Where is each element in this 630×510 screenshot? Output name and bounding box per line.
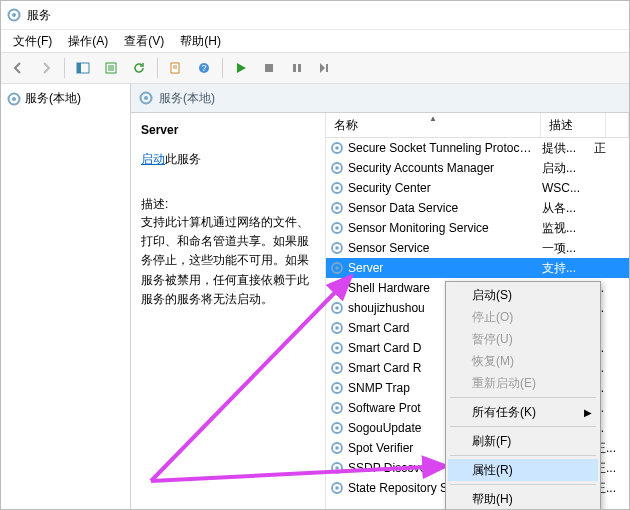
nav-root-label: 服务(本地)	[25, 90, 81, 107]
svg-point-17	[335, 146, 339, 150]
service-row[interactable]: Server支持...	[326, 258, 629, 278]
nav-services-local[interactable]: 服务(本地)	[3, 88, 128, 109]
svg-point-41	[335, 386, 339, 390]
gear-icon	[330, 141, 344, 155]
start-service-link-row: 启动此服务	[141, 151, 315, 168]
gear-icon	[330, 441, 344, 455]
service-desc: 一项...	[542, 240, 590, 257]
service-rest: 正	[594, 140, 625, 157]
start-service-button[interactable]	[228, 55, 254, 81]
back-button[interactable]	[5, 55, 31, 81]
svg-point-23	[335, 206, 339, 210]
gear-icon	[330, 481, 344, 495]
service-name: Sensor Monitoring Service	[348, 221, 538, 235]
refresh-button[interactable]	[126, 55, 152, 81]
gear-icon	[330, 281, 344, 295]
service-desc: 提供...	[542, 140, 590, 157]
service-row[interactable]: Sensor Data Service从各...	[326, 198, 629, 218]
svg-rect-8	[265, 64, 273, 72]
ctx-stop: 停止(O)	[448, 306, 598, 328]
restart-service-button[interactable]	[312, 55, 338, 81]
svg-point-31	[335, 286, 339, 290]
svg-point-37	[335, 346, 339, 350]
separator	[64, 58, 65, 78]
svg-point-29	[335, 266, 339, 270]
gear-icon	[330, 201, 344, 215]
separator	[450, 484, 596, 485]
ctx-properties[interactable]: 属性(R)	[448, 459, 598, 481]
window-title: 服务	[27, 7, 51, 24]
service-desc: WSC...	[542, 181, 590, 195]
service-row[interactable]: Sensor Service一项...	[326, 238, 629, 258]
forward-button[interactable]	[33, 55, 59, 81]
description-label: 描述:	[141, 196, 315, 213]
gear-icon	[7, 92, 21, 106]
stop-service-button[interactable]	[256, 55, 282, 81]
service-name: Security Accounts Manager	[348, 161, 538, 175]
gear-icon	[330, 221, 344, 235]
help-button[interactable]: ?	[191, 55, 217, 81]
column-name[interactable]: 名称 ▲	[326, 113, 541, 137]
separator	[450, 426, 596, 427]
ctx-help[interactable]: 帮助(H)	[448, 488, 598, 510]
menubar: 文件(F) 操作(A) 查看(V) 帮助(H)	[1, 30, 629, 52]
gear-icon	[330, 341, 344, 355]
menu-file[interactable]: 文件(F)	[5, 31, 60, 52]
gear-icon	[330, 461, 344, 475]
column-rest[interactable]	[606, 113, 629, 137]
svg-point-35	[335, 326, 339, 330]
svg-point-33	[335, 306, 339, 310]
ctx-start[interactable]: 启动(S)	[448, 284, 598, 306]
service-row[interactable]: Secure Socket Tunneling Protocol...提供...…	[326, 138, 629, 158]
detail-pane: Server 启动此服务 描述: 支持此计算机通过网络的文件、打印、和命名管道共…	[131, 113, 326, 510]
ctx-resume: 恢复(M)	[448, 350, 598, 372]
toolbar: ?	[1, 52, 629, 84]
gear-icon	[330, 241, 344, 255]
properties-button[interactable]	[163, 55, 189, 81]
svg-point-27	[335, 246, 339, 250]
ctx-refresh[interactable]: 刷新(F)	[448, 430, 598, 452]
service-desc: 监视...	[542, 220, 590, 237]
description-body: 支持此计算机通过网络的文件、打印、和命名管道共享。如果服务停止，这些功能不可用。…	[141, 213, 315, 309]
svg-point-49	[335, 466, 339, 470]
svg-point-45	[335, 426, 339, 430]
column-desc-label: 描述	[549, 117, 573, 134]
export-list-button[interactable]	[98, 55, 124, 81]
pane-title: 服务(本地)	[159, 90, 215, 107]
column-desc[interactable]: 描述	[541, 113, 606, 137]
ctx-all-tasks[interactable]: 所有任务(K)▶	[448, 401, 598, 423]
service-name: Sensor Data Service	[348, 201, 538, 215]
ctx-restart: 重新启动(E)	[448, 372, 598, 394]
column-name-label: 名称	[334, 117, 358, 134]
service-row[interactable]: Security CenterWSC...	[326, 178, 629, 198]
service-name: Sensor Service	[348, 241, 538, 255]
service-name: Security Center	[348, 181, 538, 195]
separator	[450, 455, 596, 456]
gear-icon	[330, 161, 344, 175]
gear-icon	[330, 301, 344, 315]
pause-service-button[interactable]	[284, 55, 310, 81]
separator	[222, 58, 223, 78]
pane-header: 服务(本地)	[131, 84, 629, 113]
menu-action[interactable]: 操作(A)	[60, 31, 116, 52]
svg-point-13	[12, 97, 16, 101]
show-hide-tree-button[interactable]	[70, 55, 96, 81]
services-icon	[7, 8, 21, 22]
svg-point-25	[335, 226, 339, 230]
ctx-all-tasks-label: 所有任务(K)	[472, 404, 536, 421]
svg-point-47	[335, 446, 339, 450]
service-row[interactable]: Security Accounts Manager启动...	[326, 158, 629, 178]
column-headers: 名称 ▲ 描述	[326, 113, 629, 138]
start-service-link[interactable]: 启动	[141, 152, 165, 166]
svg-point-15	[144, 96, 148, 100]
separator	[450, 397, 596, 398]
menu-help[interactable]: 帮助(H)	[172, 31, 229, 52]
svg-point-51	[335, 486, 339, 490]
service-name: Secure Socket Tunneling Protocol...	[348, 141, 538, 155]
nav-tree: 服务(本地)	[1, 84, 131, 510]
menu-view[interactable]: 查看(V)	[116, 31, 172, 52]
gear-icon	[330, 401, 344, 415]
svg-point-1	[12, 13, 16, 17]
svg-text:?: ?	[201, 63, 206, 73]
service-row[interactable]: Sensor Monitoring Service监视...	[326, 218, 629, 238]
